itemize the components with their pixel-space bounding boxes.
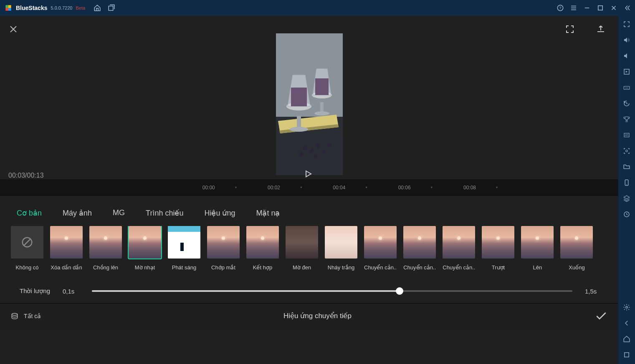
ruler-tick: 00:08 (463, 185, 476, 191)
menu-icon[interactable] (570, 4, 577, 12)
minimize-icon[interactable] (583, 4, 591, 12)
fullscreen-icon[interactable] (565, 24, 575, 34)
effect-item-9[interactable]: Chuyển cản.. (364, 226, 397, 271)
svg-rect-0 (109, 6, 113, 11)
effect-label: Xóa dần dần (51, 264, 82, 271)
effect-item-1[interactable]: Xóa dần dần (50, 226, 83, 271)
rotate-icon[interactable] (622, 68, 631, 76)
ruler-tick: 00:02 (268, 185, 280, 191)
effect-thumb[interactable] (246, 226, 279, 259)
tab-3[interactable]: Trình chiếu (146, 208, 183, 218)
effect-label: Chuyển cản.. (403, 264, 436, 271)
effect-thumb[interactable] (89, 226, 122, 259)
duration-slider[interactable] (92, 290, 572, 292)
close-icon[interactable] (8, 24, 18, 34)
effect-thumb[interactable] (521, 226, 554, 259)
export-icon[interactable] (596, 24, 606, 34)
effect-thumb[interactable] (168, 226, 200, 259)
history-icon[interactable] (622, 99, 631, 108)
effect-thumb[interactable] (482, 226, 514, 259)
svg-point-17 (322, 150, 326, 154)
effect-label: Nháy trắng (328, 264, 354, 271)
back-icon[interactable] (622, 319, 631, 327)
collapse-icon[interactable] (623, 4, 631, 12)
effect-label: Không có (16, 264, 39, 271)
fullscreen-side-icon[interactable] (622, 20, 631, 28)
effect-thumb[interactable] (207, 226, 240, 259)
effect-thumb[interactable] (403, 226, 436, 259)
trophy-icon[interactable] (622, 115, 631, 123)
svg-rect-32 (625, 353, 629, 357)
app-beta-label: Beta (76, 5, 85, 10)
effect-item-6[interactable]: Kết hợp (246, 226, 279, 271)
effect-item-0[interactable]: Không có (11, 226, 43, 271)
effect-thumb[interactable] (129, 226, 161, 259)
effect-thumb[interactable] (560, 226, 593, 259)
titlebar: BlueStacks 5.0.0.7220 Beta ? (0, 0, 635, 16)
effect-item-3[interactable]: Mờ nhạt (129, 226, 161, 271)
effect-thumb[interactable] (364, 226, 397, 259)
svg-point-29 (626, 184, 627, 185)
tab-2[interactable]: MG (113, 208, 125, 218)
maximize-icon[interactable] (597, 4, 604, 12)
effect-thumb[interactable] (286, 226, 318, 259)
tab-4[interactable]: Hiệu ứng (204, 208, 235, 218)
svg-point-13 (314, 111, 329, 115)
effect-item-7[interactable]: Mờ đen (286, 226, 318, 271)
effect-thumb[interactable] (443, 226, 475, 259)
effect-item-10[interactable]: Chuyển cản.. (403, 226, 436, 271)
effect-label: Chuyển cản.. (364, 264, 397, 271)
svg-rect-3 (598, 6, 603, 10)
ruler-tick: 00:06 (398, 185, 411, 191)
tab-1[interactable]: Máy ảnh (63, 208, 92, 218)
layers-icon[interactable] (622, 194, 631, 203)
svg-point-9 (290, 127, 308, 132)
keyboard-icon[interactable] (622, 83, 631, 92)
effect-label: Mờ đen (293, 264, 311, 271)
duration-min: 0,1s (63, 288, 79, 295)
effect-item-11[interactable]: Chuyển cản.. (443, 226, 475, 271)
device-icon[interactable] (622, 178, 631, 187)
effect-thumb[interactable] (325, 226, 357, 259)
clock-icon[interactable] (622, 210, 631, 218)
slider-handle[interactable] (396, 287, 403, 295)
volume-icon[interactable] (622, 52, 631, 60)
volume-up-icon[interactable] (622, 36, 631, 44)
svg-rect-24 (624, 86, 630, 90)
tab-5[interactable]: Mặt nạ (256, 208, 280, 218)
svg-point-14 (303, 146, 307, 150)
settings-icon[interactable] (622, 303, 631, 311)
duration-label: Thời lượng (17, 287, 50, 295)
effect-item-4[interactable]: Phát sáng (168, 226, 200, 271)
confirm-button[interactable] (595, 309, 608, 323)
home-icon[interactable] (94, 4, 101, 12)
screenshot-icon[interactable] (622, 147, 631, 155)
timeline-ruler[interactable]: 00:00 • 00:02 • 00:04 • 00:06 • 00:08 • (0, 179, 618, 196)
effect-item-5[interactable]: Chớp mắt (207, 226, 240, 271)
effect-item-2[interactable]: Chồng lên (89, 226, 122, 271)
help-icon[interactable]: ? (557, 4, 564, 12)
tabs-icon[interactable] (108, 4, 115, 12)
effect-thumb[interactable] (11, 226, 43, 259)
tab-0[interactable]: Cơ bản (17, 208, 42, 218)
home-side-icon[interactable] (622, 335, 631, 343)
ruler-tick: 00:04 (333, 185, 345, 191)
close-window-icon[interactable] (610, 4, 617, 12)
bluestacks-logo-icon (4, 4, 13, 12)
effect-item-8[interactable]: Nháy trắng (325, 226, 357, 271)
svg-point-31 (626, 306, 628, 309)
effect-item-13[interactable]: Lên (521, 226, 554, 271)
apk-icon[interactable]: APK (622, 131, 631, 139)
folder-icon[interactable] (622, 163, 631, 171)
recent-icon[interactable] (622, 351, 631, 359)
svg-point-22 (12, 313, 17, 315)
svg-point-16 (316, 144, 320, 148)
app-name: BlueStacks (16, 5, 47, 11)
effect-thumb[interactable] (50, 226, 83, 259)
effect-item-14[interactable]: Xuống (560, 226, 593, 271)
duration-row: Thời lượng 0,1s 1,5s (0, 271, 618, 303)
effect-label: Chuyển cản.. (443, 264, 475, 271)
effect-item-12[interactable]: Trượt (482, 226, 514, 271)
panel-title: Hiệu ứng chuyển tiếp (283, 311, 352, 320)
apply-all-button[interactable]: Tất cả (10, 312, 41, 320)
